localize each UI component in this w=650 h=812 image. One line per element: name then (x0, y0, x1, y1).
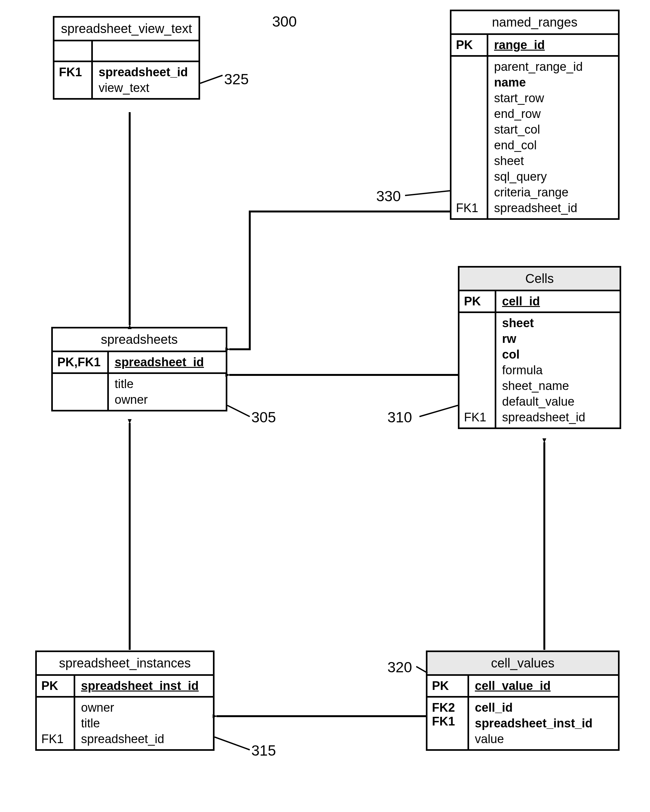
pk-field: cell_id (502, 295, 614, 308)
key-col: PK,FK1 (53, 352, 109, 372)
field: criteria_range (494, 186, 612, 199)
entity-title: spreadsheet_instances (37, 652, 213, 676)
key-label: PK (432, 679, 463, 693)
entity-title: cell_values (428, 652, 618, 676)
key-label: FK1 (59, 66, 87, 79)
key-label: FK1 (432, 714, 463, 728)
field: start_row (494, 91, 612, 105)
key-col: PK (460, 291, 496, 311)
field-col: cell_value_id (469, 676, 618, 696)
key-col: FK1 (452, 57, 488, 218)
key-col: PK (428, 676, 469, 696)
field: parent_range_id (494, 60, 612, 74)
key-label: FK2 (432, 701, 463, 714)
field: spreadsheet_id (99, 66, 193, 79)
svg-line-8 (419, 405, 458, 417)
svg-line-5 (200, 75, 222, 83)
field: owner (115, 393, 220, 407)
diagram-number: 300 (272, 13, 297, 30)
key-label: PK (464, 295, 490, 308)
callout-330: 330 (376, 188, 401, 205)
pk-field: spreadsheet_id (115, 356, 220, 369)
key-label: PK,FK1 (57, 356, 103, 369)
key-col: FK1 (37, 698, 75, 749)
callout-325: 325 (224, 70, 249, 88)
key-label (432, 728, 463, 742)
svg-line-7 (227, 405, 250, 417)
field: rw (502, 332, 614, 346)
callout-310: 310 (387, 409, 412, 426)
entity-title: Cells (460, 267, 620, 291)
callout-305: 305 (251, 409, 276, 426)
svg-line-9 (215, 737, 250, 750)
key-col: FK1 (460, 313, 496, 427)
callout-320: 320 (387, 658, 412, 676)
field: sheet (494, 154, 612, 168)
field: end_row (494, 107, 612, 121)
pk-field: range_id (494, 38, 612, 52)
entity-spreadsheets: spreadsheets PK,FK1 spreadsheet_id title… (51, 327, 227, 411)
field: spreadsheet_id (502, 411, 614, 424)
key-label: FK1 (456, 201, 482, 215)
entity-spreadsheet-instances: spreadsheet_instances PK spreadsheet_ins… (35, 650, 215, 751)
key-col (55, 41, 93, 61)
key-col: PK (452, 35, 488, 55)
field: sheet_name (502, 379, 614, 393)
field-col (93, 41, 198, 61)
field: title (115, 377, 220, 391)
svg-line-6 (405, 191, 451, 195)
key-label: PK (41, 679, 69, 693)
entity-cells: Cells PK cell_id FK1 sheet rw col formul… (458, 266, 621, 429)
pk-field: spreadsheet_inst_id (81, 679, 207, 693)
entity-named-ranges: named_ranges PK range_id FK1 parent_rang… (450, 10, 620, 220)
field: start_col (494, 123, 612, 136)
field: end_col (494, 139, 612, 152)
field-col: spreadsheet_id view_text (93, 62, 198, 98)
field-col: parent_range_id name start_row end_row s… (488, 57, 618, 218)
field: name (494, 76, 612, 89)
key-col (53, 374, 109, 410)
field: sheet (502, 316, 614, 330)
key-label: FK1 (41, 732, 69, 746)
key-col: PK (37, 676, 75, 696)
field: view_text (99, 81, 193, 95)
field: spreadsheet_id (81, 732, 207, 746)
field-col: cell_id spreadsheet_inst_id value (469, 698, 618, 749)
field-col: sheet rw col formula sheet_name default_… (496, 313, 620, 427)
entity-title: spreadsheet_view_text (55, 18, 198, 41)
field: owner (81, 701, 207, 714)
key-col: FK1 (55, 62, 93, 98)
field-col: spreadsheet_id (109, 352, 226, 372)
field: default_value (502, 395, 614, 409)
field: title (81, 716, 207, 730)
field: col (502, 348, 614, 362)
entity-title: named_ranges (452, 11, 618, 35)
entity-spreadsheet-view-text: spreadsheet_view_text FK1 spreadsheet_id… (53, 16, 200, 100)
field: sql_query (494, 170, 612, 184)
entity-title: spreadsheets (53, 328, 226, 352)
field-col: spreadsheet_inst_id (75, 676, 213, 696)
field: spreadsheet_id (494, 201, 612, 215)
field: cell_id (475, 701, 612, 714)
key-col: FK2 FK1 (428, 698, 469, 749)
entity-cell-values: cell_values PK cell_value_id FK2 FK1 cel… (426, 650, 620, 751)
field: value (475, 732, 612, 746)
callout-315: 315 (251, 742, 276, 759)
key-label: PK (456, 38, 482, 52)
field-col: title owner (109, 374, 226, 410)
field-col: range_id (488, 35, 618, 55)
key-label: FK1 (464, 411, 490, 424)
field: formula (502, 363, 614, 377)
pk-field: cell_value_id (475, 679, 612, 693)
field-col: cell_id (496, 291, 620, 311)
field-col: owner title spreadsheet_id (75, 698, 213, 749)
field: spreadsheet_inst_id (475, 716, 612, 730)
er-diagram: 300 spreadsheet_view_text FK1 spreadshee… (0, 0, 650, 812)
